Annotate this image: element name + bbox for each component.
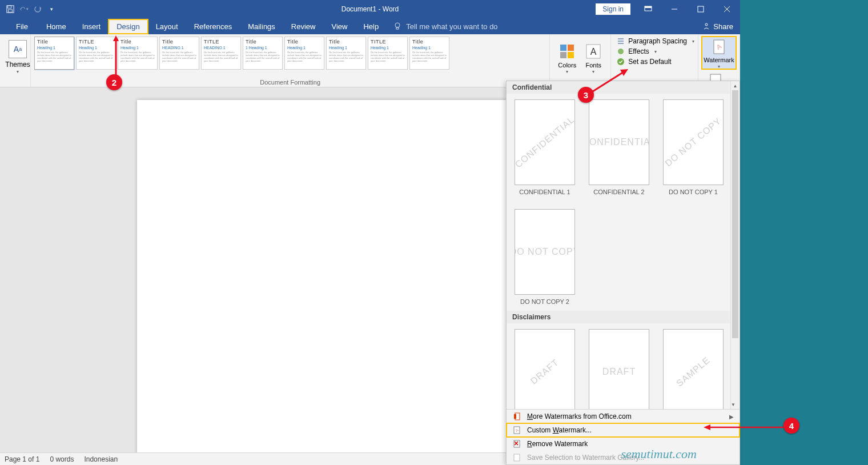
watermark-caption: DO NOT COPY 1 bbox=[669, 189, 718, 195]
fonts-icon: A bbox=[585, 43, 601, 59]
source-watermark: semutimut.com bbox=[621, 447, 697, 462]
svg-marker-48 bbox=[113, 35, 119, 41]
share-icon bbox=[702, 22, 710, 30]
tab-view[interactable]: View bbox=[323, 19, 355, 34]
svg-rect-7 bbox=[698, 6, 704, 12]
watermark-button[interactable]: A Watermark ▾ bbox=[702, 37, 736, 69]
minimize-button[interactable] bbox=[661, 0, 688, 18]
svg-rect-37 bbox=[514, 454, 520, 461]
check-icon bbox=[617, 58, 625, 66]
paragraph-spacing-button[interactable]: Paragraph Spacing▾ bbox=[617, 37, 694, 46]
tab-insert[interactable]: Insert bbox=[74, 19, 109, 34]
style-thumb[interactable]: TITLEHeading 1On the Insert tab, the gal… bbox=[76, 37, 116, 70]
ribbon-display-options-icon[interactable] bbox=[635, 0, 661, 18]
office-icon bbox=[512, 412, 521, 421]
watermark-gallery-item[interactable]: CONFIDENTIALCONFIDENTIAL 2 bbox=[589, 99, 649, 195]
svg-rect-13 bbox=[560, 45, 566, 51]
svg-text:A: A bbox=[590, 47, 597, 57]
effects-button[interactable]: Effects▾ bbox=[617, 47, 694, 56]
tab-design[interactable]: Design bbox=[108, 19, 147, 34]
title-bar: ▾ ▾ Document1 - Word Sign in bbox=[0, 0, 740, 18]
tab-help[interactable]: Help bbox=[355, 19, 387, 34]
page-count[interactable]: Page 1 of 1 bbox=[5, 455, 39, 463]
watermark-gallery-item[interactable]: DO NOT COPYDO NOT COPY 2 bbox=[515, 209, 575, 305]
style-thumb[interactable]: TitleHeading 1On the Insert tab, the gal… bbox=[326, 37, 366, 70]
svg-line-49 bbox=[593, 72, 624, 91]
style-thumb[interactable]: Title1 Heading 1On the Insert tab, the g… bbox=[243, 37, 283, 70]
maximize-button[interactable] bbox=[688, 0, 714, 18]
scroll-up-icon[interactable]: ▲ bbox=[731, 81, 740, 90]
chevron-down-icon: ▾ bbox=[566, 69, 568, 74]
effects-icon bbox=[617, 47, 625, 55]
annotation-2: 2 bbox=[106, 74, 122, 90]
window-title: Document1 - Word bbox=[341, 5, 399, 13]
style-thumb[interactable]: TitleHeading 1On the Insert tab, the gal… bbox=[118, 37, 158, 70]
ribbon-tabs: File Home Insert Design Layout Reference… bbox=[0, 18, 740, 34]
page-background-group: A Watermark ▾ Page Color Page Borders bbox=[698, 34, 740, 87]
svg-rect-5 bbox=[645, 6, 652, 8]
themes-icon: Aa bbox=[9, 40, 27, 58]
style-thumb[interactable]: TitleHEADING 1On the Insert tab, the gal… bbox=[159, 37, 199, 70]
undo-icon[interactable]: ▾ bbox=[19, 5, 29, 14]
chevron-down-icon: ▾ bbox=[718, 64, 720, 69]
scrollbar[interactable]: ▲ ▼ bbox=[730, 81, 740, 409]
sign-in-button[interactable]: Sign in bbox=[596, 3, 630, 15]
style-thumb[interactable]: TitleHeading 1On the Insert tab, the gal… bbox=[284, 37, 324, 70]
colors-button[interactable]: Colors ▾ bbox=[554, 37, 580, 79]
watermark-icon: A bbox=[711, 39, 727, 55]
watermark-gallery-item[interactable]: DRAFTDRAFT 2 bbox=[589, 329, 649, 409]
watermark-gallery-item[interactable]: CONFIDENTIALCONFIDENTIAL 1 bbox=[515, 99, 575, 195]
redo-icon[interactable] bbox=[33, 5, 42, 14]
watermark-small-icon: A bbox=[512, 426, 521, 435]
svg-rect-2 bbox=[9, 10, 13, 12]
tell-me-search[interactable]: Tell me what you want to do bbox=[393, 22, 497, 31]
watermark-gallery-item[interactable]: SAMPLESAMPLE 1 bbox=[663, 329, 724, 409]
scroll-down-icon[interactable]: ▼ bbox=[731, 400, 736, 409]
share-button[interactable]: Share bbox=[702, 22, 733, 31]
paragraph-spacing-icon bbox=[617, 37, 625, 45]
style-thumb[interactable]: TitleHeading 1On the Insert tab, the gal… bbox=[409, 37, 449, 70]
annotation-3: 3 bbox=[578, 87, 594, 103]
more-watermarks-menu-item[interactable]: More Watermarks from Office.com ▶ bbox=[507, 410, 740, 423]
watermark-gallery-item[interactable]: DO NOT COPYDO NOT COPY 1 bbox=[663, 99, 724, 195]
tab-home[interactable]: Home bbox=[38, 19, 74, 34]
watermark-caption: CONFIDENTIAL 1 bbox=[519, 189, 570, 195]
svg-rect-11 bbox=[396, 27, 399, 29]
watermark-caption: CONFIDENTIAL 2 bbox=[593, 189, 644, 195]
remove-icon bbox=[512, 439, 521, 448]
style-gallery[interactable]: TitleHeading 1On the Insert tab, the gal… bbox=[34, 37, 546, 72]
language-status[interactable]: Indonesian bbox=[84, 455, 118, 463]
svg-rect-14 bbox=[568, 45, 574, 51]
save-icon[interactable] bbox=[6, 5, 15, 14]
svg-rect-15 bbox=[560, 52, 566, 58]
svg-marker-52 bbox=[704, 424, 710, 430]
set-as-default-button[interactable]: Set as Default bbox=[617, 57, 694, 66]
watermark-caption: DO NOT COPY 2 bbox=[520, 298, 569, 305]
close-button[interactable] bbox=[714, 0, 740, 18]
lightbulb-icon bbox=[393, 22, 401, 30]
tab-file[interactable]: File bbox=[6, 19, 38, 34]
tab-review[interactable]: Review bbox=[283, 19, 324, 34]
style-thumb[interactable]: TITLEHeading 1On the Insert tab, the gal… bbox=[368, 37, 408, 70]
chevron-right-icon: ▶ bbox=[729, 414, 734, 420]
watermark-section-header: Disclaimers bbox=[507, 311, 740, 323]
svg-point-22 bbox=[618, 49, 624, 54]
watermark-gallery-item[interactable]: DRAFTDRAFT 1 bbox=[515, 329, 575, 409]
tab-mailings[interactable]: Mailings bbox=[240, 19, 283, 34]
svg-point-12 bbox=[705, 23, 708, 26]
tab-references[interactable]: References bbox=[186, 19, 240, 34]
svg-rect-1 bbox=[8, 6, 11, 8]
save-gallery-icon bbox=[512, 453, 521, 462]
colors-icon bbox=[559, 43, 575, 59]
style-thumb[interactable]: TITLEHEADING 1On the Insert tab, the gal… bbox=[201, 37, 241, 70]
style-thumb[interactable]: TitleHeading 1On the Insert tab, the gal… bbox=[34, 37, 74, 70]
svg-point-10 bbox=[395, 23, 400, 27]
tab-layout[interactable]: Layout bbox=[148, 19, 186, 34]
annotation-4: 4 bbox=[783, 418, 799, 434]
word-count[interactable]: 0 words bbox=[50, 455, 74, 463]
qat-customize-icon[interactable]: ▾ bbox=[47, 5, 56, 14]
svg-rect-16 bbox=[568, 52, 574, 58]
themes-button[interactable]: Aa Themes ▾ bbox=[3, 37, 32, 74]
scroll-thumb[interactable] bbox=[732, 90, 738, 338]
chevron-down-icon: ▾ bbox=[17, 69, 19, 74]
